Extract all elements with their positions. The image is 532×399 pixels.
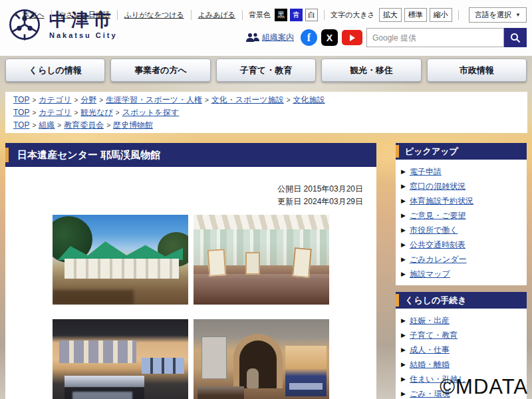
site-header: 中津市 Nakatsu City ▼ 本文へ やさしい日本語 ふりがなをつける …	[0, 0, 532, 56]
pickup-link-opinions[interactable]: ご意見・ご要望	[410, 210, 466, 221]
photo-stone-arch-exhibit	[194, 319, 329, 399]
breadcrumb-separator: >	[287, 96, 291, 104]
people-icon	[246, 33, 259, 43]
breadcrumb-separator: >	[32, 109, 36, 116]
divider	[458, 10, 459, 20]
display-panel	[245, 252, 260, 275]
pickup-link-transit-timetable[interactable]: 公共交通時刻表	[410, 239, 466, 251]
procedures-title: くらしの手続き	[396, 292, 527, 309]
nav-tourism-migration[interactable]: 観光・移住	[321, 59, 421, 82]
list-item: ▶窓口の混雑状況	[401, 179, 521, 194]
breadcrumb-row-1: TOP>カテゴリ>分野>生涯学習・スポーツ・人権>文化・スポーツ施設>文化施設	[13, 94, 519, 106]
list-item: ▶体育施設予約状況	[401, 194, 521, 208]
procedures-header: くらしの手続き	[396, 292, 527, 309]
pickup-title: ピックアップ	[396, 143, 527, 160]
pickup-link-window-congestion[interactable]: 窓口の混雑状況	[410, 181, 466, 192]
building-facade	[65, 259, 179, 279]
published-date-line: 公開日 2015年03月20日	[5, 183, 363, 196]
nav-city-info[interactable]: 市政情報	[427, 59, 527, 82]
list-item: ▶公共交通時刻表	[401, 237, 521, 252]
nav-childcare-education[interactable]: 子育て・教育	[216, 59, 316, 82]
facebook-glyph: f	[307, 32, 311, 44]
facebook-icon[interactable]: f	[301, 29, 317, 46]
breadcrumb-link[interactable]: TOP	[13, 108, 29, 117]
easy-japanese-link[interactable]: やさしい日本語	[59, 10, 110, 20]
font-size-label: 文字の大きさ	[331, 10, 375, 20]
play-icon	[350, 35, 355, 41]
bullet-icon: ▶	[401, 227, 406, 233]
list-item: ▶ごみカレンダー	[401, 252, 521, 267]
breadcrumb-separator: >	[205, 96, 209, 104]
down-arrow-icon: ▼	[13, 12, 18, 18]
pickup-link-garbage-calendar[interactable]: ごみカレンダー	[410, 254, 467, 265]
pickup-box: ピックアップ ▶電子申請 ▶窓口の混雑状況 ▶体育施設予約状況 ▶ご意見・ご要望…	[396, 143, 527, 285]
pickup-link-work-at-city-hall[interactable]: 市役所で働く	[410, 225, 458, 236]
font-shrink-button[interactable]: 縮小	[430, 8, 452, 22]
read-aloud-link[interactable]: よみあげる	[198, 10, 235, 20]
divider	[242, 10, 243, 20]
breadcrumb-link[interactable]: カテゴリ	[39, 108, 71, 117]
page-title-bar: 日本遺産センター 耶馬渓風物館	[5, 143, 376, 167]
breadcrumb-link[interactable]: 文化・スポーツ施設	[211, 95, 284, 104]
skip-to-content-link[interactable]: 本文へ	[22, 10, 44, 20]
photo-grid	[53, 215, 329, 399]
breadcrumb-separator: >	[32, 122, 36, 129]
main-content: 日本遺産センター 耶馬渓風物館 公開日 2015年03月20日 更新日 2024…	[5, 143, 376, 399]
divider	[51, 10, 52, 20]
search-icon	[510, 33, 521, 43]
breadcrumb-link[interactable]: 分野	[80, 95, 96, 104]
site-search-input[interactable]	[366, 28, 504, 47]
list-item: ▶成人・仕事	[401, 342, 521, 357]
pickup-link-facility-map[interactable]: 施設マップ	[410, 269, 450, 280]
pickup-link-e-application[interactable]: 電子申請	[410, 166, 442, 178]
breadcrumb-link[interactable]: TOP	[13, 120, 29, 130]
procedures-link-marriage-divorce[interactable]: 結婚・離婚	[410, 359, 450, 370]
breadcrumb-link[interactable]: スポットを探す	[122, 108, 180, 117]
pickup-header: ピックアップ	[396, 143, 527, 160]
procedures-link-pregnancy-birth[interactable]: 妊娠・出産	[410, 315, 450, 327]
published-label: 公開日	[277, 184, 301, 194]
procedures-link-adult-work[interactable]: 成人・仕事	[410, 344, 450, 356]
breadcrumb-link[interactable]: 組織	[39, 120, 55, 130]
language-select-button[interactable]: 言語を選択 ▼	[469, 7, 527, 23]
bullet-icon: ▶	[401, 376, 406, 382]
breadcrumb-separator: >	[74, 96, 78, 104]
breadcrumb-link[interactable]: 歴史博物館	[113, 120, 153, 130]
breadcrumb-link[interactable]: TOP	[13, 95, 29, 104]
list-item: ▶電子申請	[401, 164, 521, 179]
watermark: ©MDATA	[440, 375, 528, 399]
organization-link[interactable]: 組織案内	[262, 32, 294, 43]
pickup-link-gym-reservation[interactable]: 体育施設予約状況	[410, 196, 473, 207]
nav-business[interactable]: 事業者の方へ	[110, 59, 210, 82]
breadcrumb-link[interactable]: 観光なび	[80, 108, 113, 117]
language-select-label: 言語を選択	[475, 10, 511, 20]
bullet-icon: ▶	[401, 212, 406, 219]
breadcrumb-link[interactable]: カテゴリ	[39, 95, 71, 104]
breadcrumb-link[interactable]: 生涯学習・スポーツ・人権	[106, 95, 202, 104]
title-accent-bar	[5, 148, 9, 162]
updated-date-line: 更新日 2024年03月29日	[5, 196, 363, 208]
bullet-icon: ▶	[401, 256, 406, 263]
breadcrumb-separator: >	[106, 122, 110, 129]
x-twitter-icon[interactable]: X	[321, 29, 338, 46]
furigana-link[interactable]: ふりがなをつける	[124, 10, 184, 20]
nav-living-info[interactable]: くらしの情報	[5, 59, 105, 82]
search-button[interactable]	[504, 28, 527, 47]
bullet-icon: ▶	[401, 271, 406, 277]
sidebar: ピックアップ ▶電子申請 ▶窓口の混雑状況 ▶体育施設予約状況 ▶ご意見・ご要望…	[396, 143, 527, 399]
breadcrumb-link[interactable]: 教育委員会	[64, 120, 104, 130]
photo-exhibit-hall	[53, 319, 188, 399]
font-enlarge-button[interactable]: 拡大	[379, 8, 402, 22]
font-standard-button[interactable]: 標準	[404, 8, 427, 22]
youtube-icon[interactable]	[342, 30, 362, 45]
bg-white-button[interactable]: 白	[305, 9, 318, 21]
bullet-icon: ▶	[401, 168, 406, 175]
article-body: 公開日 2015年03月20日 更新日 2024年03月29日	[5, 167, 376, 399]
breadcrumb-link[interactable]: 文化施設	[293, 95, 325, 104]
divider	[191, 10, 192, 20]
procedures-link-childcare-education[interactable]: 子育て・教育	[410, 330, 458, 341]
header-accent-bar	[396, 145, 399, 158]
bg-blue-button[interactable]: 青	[290, 9, 303, 21]
bullet-icon: ▶	[401, 390, 406, 397]
bg-black-button[interactable]: 黒	[275, 9, 287, 21]
